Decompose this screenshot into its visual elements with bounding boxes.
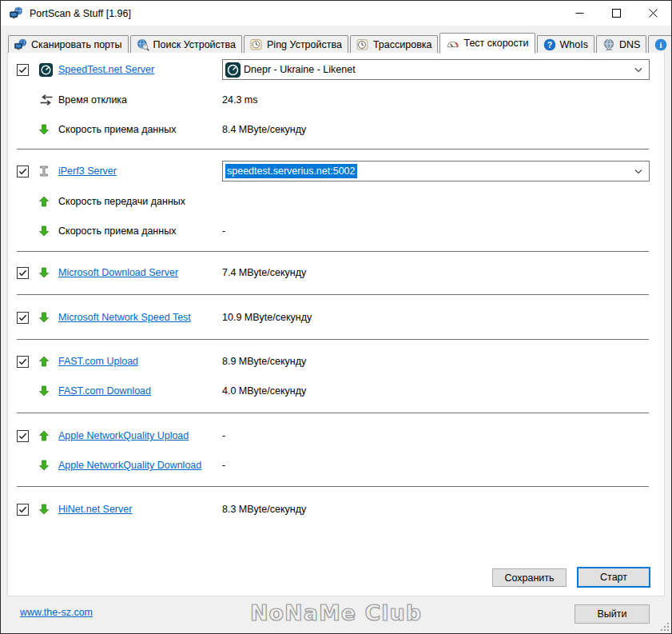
response-time-row: Время отклика 24.3 ms	[8, 90, 664, 110]
svg-text:i: i	[660, 41, 662, 50]
download-speed-row: Скорость приема данных 8.4 MByte/секунду	[8, 119, 664, 140]
transfer-arrows-icon	[39, 94, 54, 106]
section-separator	[17, 486, 649, 487]
about-info-icon: i	[654, 38, 667, 51]
ping-icon	[250, 38, 263, 51]
close-button[interactable]	[634, 1, 671, 26]
download-speed-row: Скорость приема данных -	[8, 221, 664, 241]
metric-value: 7.4 MByte/секунду	[222, 267, 306, 278]
tab-speed-test[interactable]: Тест скорости	[439, 33, 535, 54]
speed-test-panel: SpeedTest.net Server Dnepr - Ukraine - L…	[7, 52, 665, 596]
ms-network-speed-link[interactable]: Microsoft Network Speed Test	[58, 312, 191, 323]
metric-value: 24.3 ms	[222, 94, 257, 106]
apple-download-row: Apple NetworkQuality Download -	[8, 455, 664, 476]
green-down-arrow-icon	[39, 385, 49, 397]
ms-download-row: Microsoft Download Server 7.4 MByte/секу…	[8, 262, 664, 283]
metric-value: -	[222, 430, 225, 441]
chevron-down-icon	[634, 68, 642, 73]
ms-speedtest-row: Microsoft Network Speed Test 10.9 MByte/…	[8, 307, 664, 328]
tab-device-search[interactable]: Поиск Устройства	[130, 35, 243, 53]
speed-gauge-icon	[446, 37, 459, 50]
metric-label: Скорость приема данных	[58, 124, 222, 135]
metric-value: 10.9 MByte/секунду	[222, 312, 312, 323]
speedtest-server-combobox[interactable]: Dnepr - Ukraine - Likenet	[222, 59, 650, 80]
green-down-arrow-icon	[39, 504, 49, 515]
apple-upload-row: Apple NetworkQuality Upload -	[8, 425, 664, 446]
upload-speed-row: Скорость передачи данных	[8, 191, 664, 212]
tab-about[interactable]: i О нас	[648, 35, 672, 53]
window-title: PortScan & Stuff [1.96]	[30, 8, 131, 19]
tab-label: Трассировка	[373, 39, 432, 50]
ms-download-link[interactable]: Microsoft Download Server	[58, 267, 178, 278]
footer: www.the-sz.com NoNaMe Club Выйти	[1, 596, 671, 633]
hinet-row: HiNet.net Server 8.3 MByte/секунду	[8, 499, 664, 520]
close-icon	[649, 9, 658, 18]
maximize-icon	[612, 9, 621, 18]
tab-traceroute[interactable]: Трассировка	[350, 35, 439, 53]
green-down-arrow-icon	[39, 267, 49, 278]
checkmark-icon	[18, 269, 27, 277]
resize-grip[interactable]	[659, 621, 670, 632]
website-link[interactable]: www.the-sz.com	[20, 607, 93, 618]
minimize-icon	[575, 9, 584, 18]
device-search-icon	[137, 38, 149, 51]
speedtest-enabled-checkbox[interactable]	[17, 64, 29, 76]
metric-value: -	[222, 225, 225, 237]
fast-enabled-checkbox[interactable]	[17, 356, 29, 368]
metric-value: 8.9 MByte/секунду	[222, 356, 306, 367]
ms-speedtest-checkbox[interactable]	[17, 312, 29, 324]
ms-download-checkbox[interactable]	[17, 267, 29, 279]
save-button[interactable]: Сохранить	[492, 568, 567, 587]
section-separator	[17, 339, 649, 340]
speedtest-gauge-icon	[39, 63, 53, 77]
tab-label: WhoIs	[560, 39, 588, 50]
metric-label: Скорость приема данных	[58, 225, 222, 237]
hinet-enabled-checkbox[interactable]	[17, 504, 29, 516]
fast-download-link[interactable]: FAST.com Download	[58, 385, 151, 397]
noname-club-watermark: NoNaMe Club	[250, 600, 422, 625]
metric-value: 4.0 MByte/секунду	[222, 385, 306, 397]
app-icon	[10, 6, 23, 20]
iperf-letter-i-icon	[39, 165, 49, 177]
tab-scan-ports[interactable]: Сканировать порты	[8, 35, 129, 53]
section-separator	[17, 149, 649, 150]
tab-dns[interactable]: DNS	[596, 35, 646, 53]
green-up-arrow-icon	[39, 196, 49, 207]
tab-whois[interactable]: ? WhoIs	[537, 35, 594, 53]
green-down-arrow-icon	[39, 124, 49, 135]
iperf-enabled-checkbox[interactable]	[17, 165, 29, 177]
tab-label: DNS	[619, 39, 640, 50]
metric-value: -	[222, 460, 225, 471]
fast-download-row: FAST.com Download 4.0 MByte/секунду	[8, 381, 664, 401]
tab-label: Сканировать порты	[31, 39, 122, 50]
iperf-server-row: iPerf3 Server speedtest.serverius.net:50…	[8, 161, 664, 181]
section-separator	[17, 251, 649, 252]
metric-label: Время отклика	[58, 94, 222, 106]
iperf-server-link[interactable]: iPerf3 Server	[58, 165, 117, 177]
apple-enabled-checkbox[interactable]	[17, 430, 29, 442]
apple-download-link[interactable]: Apple NetworkQuality Download	[58, 460, 201, 471]
minimize-button[interactable]	[561, 1, 598, 26]
combobox-value: Dnepr - Ukraine - Likenet	[244, 64, 356, 75]
speedtest-server-row: SpeedTest.net Server Dnepr - Ukraine - L…	[8, 59, 664, 80]
chevron-down-icon	[634, 169, 642, 174]
speedtest-server-link[interactable]: SpeedTest.net Server	[58, 64, 154, 75]
tab-strip: Сканировать порты Поиск Устройства Ping …	[8, 33, 664, 53]
tab-label: Поиск Устройства	[153, 39, 237, 50]
tab-ping-device[interactable]: Ping Устройства	[244, 35, 348, 53]
tab-label: Тест скорости	[463, 38, 528, 49]
hinet-server-link[interactable]: HiNet.net Server	[58, 504, 132, 515]
start-button[interactable]: Старт	[577, 567, 650, 588]
maximize-button[interactable]	[598, 1, 634, 26]
checkmark-icon	[18, 505, 27, 514]
metric-value: 8.4 MByte/секунду	[222, 124, 306, 135]
fast-upload-link[interactable]: FAST.com Upload	[58, 356, 138, 367]
exit-button[interactable]: Выйти	[575, 604, 650, 624]
whois-icon: ?	[543, 38, 556, 51]
iperf-server-combobox[interactable]: speedtest.serverius.net:5002	[222, 161, 650, 181]
apple-upload-link[interactable]: Apple NetworkQuality Upload	[58, 430, 189, 441]
section-separator	[17, 294, 649, 295]
tab-label: Ping Устройства	[267, 39, 342, 50]
green-down-arrow-icon	[39, 460, 49, 471]
metric-label: Скорость передачи данных	[58, 196, 222, 207]
